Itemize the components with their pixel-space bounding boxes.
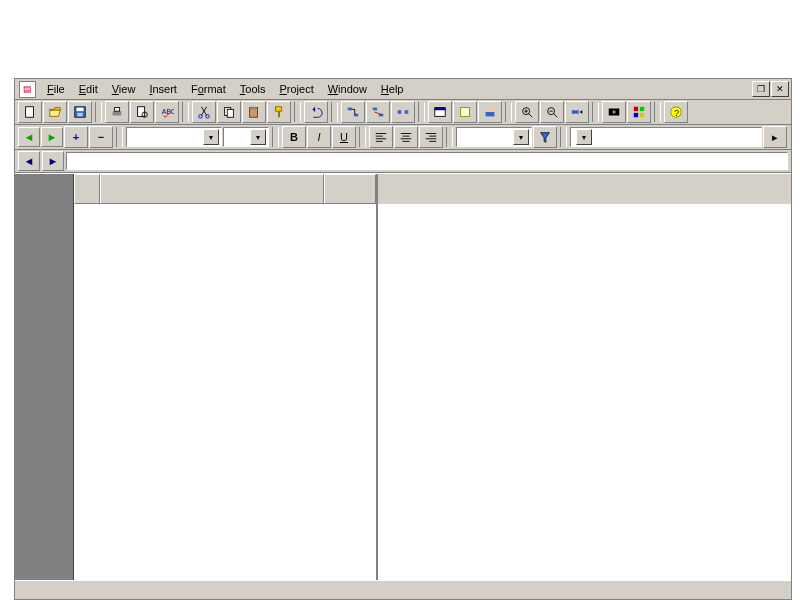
svg-rect-22 <box>405 110 409 114</box>
svg-rect-19 <box>373 108 377 111</box>
paste-button[interactable] <box>242 101 266 123</box>
svg-rect-5 <box>114 108 119 112</box>
align-left-button[interactable] <box>369 126 393 148</box>
assign-resources-button[interactable] <box>478 101 502 123</box>
undo-button[interactable] <box>304 101 328 123</box>
column-header-name[interactable] <box>100 174 324 204</box>
link-tasks-button[interactable] <box>341 101 365 123</box>
entry-field[interactable] <box>66 152 788 170</box>
copy-button[interactable] <box>217 101 241 123</box>
align-center-button[interactable] <box>394 126 418 148</box>
format-toolbar: ◄ ► + − ▾ ▾ B I U ▾ ▾ ▸ <box>15 125 791 150</box>
timescale <box>378 174 791 204</box>
menu-view[interactable]: View <box>106 81 142 97</box>
svg-rect-28 <box>486 112 495 116</box>
svg-rect-15 <box>276 107 282 111</box>
svg-text:ABC: ABC <box>162 108 174 115</box>
svg-rect-34 <box>634 107 638 111</box>
help-button[interactable]: ? <box>664 101 688 123</box>
next-button[interactable]: ► <box>42 151 64 171</box>
copy-picture-button[interactable] <box>602 101 626 123</box>
menu-file[interactable]: File <box>41 81 71 97</box>
standard-toolbar: ABC ? <box>15 100 791 125</box>
chevron-down-icon: ▾ <box>250 129 266 145</box>
svg-point-27 <box>491 108 495 112</box>
svg-rect-31 <box>572 110 579 114</box>
svg-rect-37 <box>640 113 644 117</box>
chevron-down-icon: ▾ <box>576 129 592 145</box>
print-preview-button[interactable] <box>130 101 154 123</box>
close-button[interactable]: ✕ <box>771 81 789 97</box>
svg-rect-25 <box>461 108 470 117</box>
svg-rect-14 <box>251 107 255 110</box>
underline-button[interactable]: U <box>332 126 356 148</box>
menu-format[interactable]: Format <box>185 81 232 97</box>
save-button[interactable] <box>68 101 92 123</box>
chevron-down-icon: ▾ <box>513 129 529 145</box>
filter-combo[interactable]: ▾ <box>456 127 532 147</box>
app-icon: ▤ <box>19 81 36 98</box>
svg-point-26 <box>487 108 491 112</box>
goto-selected-task-button[interactable] <box>565 101 589 123</box>
office-links-button[interactable] <box>627 101 651 123</box>
prev-button[interactable]: ◄ <box>18 151 40 171</box>
spelling-button[interactable]: ABC <box>155 101 179 123</box>
task-notes-button[interactable] <box>453 101 477 123</box>
open-button[interactable] <box>43 101 67 123</box>
view-bar <box>15 174 73 580</box>
svg-rect-6 <box>138 107 145 117</box>
svg-rect-16 <box>278 111 280 117</box>
svg-rect-4 <box>113 111 122 115</box>
new-button[interactable] <box>18 101 42 123</box>
column-header-duration[interactable] <box>324 174 376 204</box>
format-painter-button[interactable] <box>267 101 291 123</box>
indent-button[interactable]: ► <box>41 127 63 147</box>
menu-tools[interactable]: Tools <box>234 81 272 97</box>
align-right-button[interactable] <box>419 126 443 148</box>
status-bar <box>15 580 791 599</box>
print-button[interactable] <box>105 101 129 123</box>
select-all-cell[interactable] <box>74 174 100 204</box>
menu-edit[interactable]: Edit <box>73 81 104 97</box>
zoom-out-button[interactable] <box>540 101 564 123</box>
hide-subtasks-button[interactable]: − <box>89 126 113 148</box>
menu-window[interactable]: Window <box>322 81 373 97</box>
svg-rect-21 <box>398 110 402 114</box>
svg-point-33 <box>612 110 616 114</box>
svg-rect-24 <box>435 108 446 111</box>
italic-button[interactable]: I <box>307 126 331 148</box>
svg-rect-0 <box>26 107 34 118</box>
menu-help[interactable]: Help <box>375 81 410 97</box>
go-button[interactable]: ▸ <box>763 126 787 148</box>
entry-bar: ◄ ► <box>15 150 791 173</box>
menubar: ▤ File Edit View Insert Format Tools Pro… <box>15 79 791 100</box>
svg-point-10 <box>206 115 210 119</box>
file-path-combo[interactable]: ▾ <box>570 127 762 147</box>
svg-rect-36 <box>634 113 638 117</box>
svg-rect-35 <box>640 107 644 111</box>
menu-project[interactable]: Project <box>273 81 319 97</box>
svg-rect-17 <box>348 108 352 111</box>
autofilter-button[interactable] <box>533 126 557 148</box>
restore-button[interactable]: ❐ <box>752 81 770 97</box>
bold-button[interactable]: B <box>282 126 306 148</box>
app-window: ▤ File Edit View Insert Format Tools Pro… <box>14 78 792 600</box>
menu-insert[interactable]: Insert <box>143 81 183 97</box>
unlink-tasks-button[interactable] <box>366 101 390 123</box>
task-table <box>74 174 378 580</box>
cut-button[interactable] <box>192 101 216 123</box>
font-size-combo[interactable]: ▾ <box>223 127 269 147</box>
font-combo[interactable]: ▾ <box>126 127 222 147</box>
zoom-in-button[interactable] <box>515 101 539 123</box>
svg-point-9 <box>199 115 203 119</box>
split-task-button[interactable] <box>391 101 415 123</box>
svg-rect-12 <box>227 109 233 117</box>
outdent-button[interactable]: ◄ <box>18 127 40 147</box>
task-info-button[interactable] <box>428 101 452 123</box>
chevron-down-icon: ▾ <box>203 129 219 145</box>
svg-rect-3 <box>77 113 82 117</box>
svg-text:?: ? <box>674 108 679 118</box>
svg-rect-2 <box>77 108 84 112</box>
gantt-chart[interactable] <box>378 174 791 580</box>
show-subtasks-button[interactable]: + <box>64 126 88 148</box>
